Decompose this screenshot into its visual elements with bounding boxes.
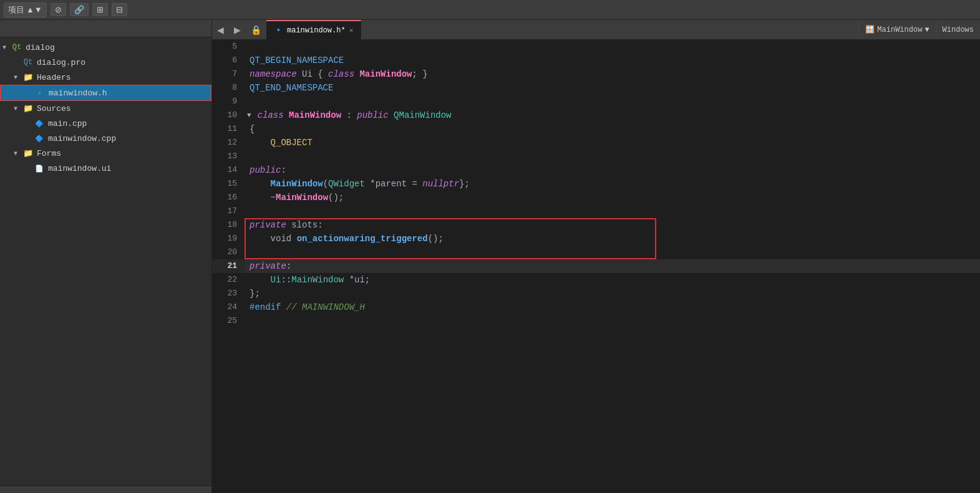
- code-line-15: 15 MainWindow(QWidget *parent = nullptr}…: [212, 177, 980, 191]
- pro-icon: Qt: [22, 57, 34, 68]
- code-line-18: 18private slots:: [212, 218, 980, 232]
- sidebar: ▼ Qt dialog Qt dialog.pro ▼ 📁 Headers 🔹 …: [0, 20, 212, 493]
- line-number-13: 13: [212, 150, 245, 163]
- code-line-19: 19 void on_actionwaring_triggered();: [212, 232, 980, 246]
- code-line-25: 25: [212, 314, 980, 328]
- tree-item-dialog[interactable]: ▼ Qt dialog: [0, 40, 211, 55]
- code-text-10: class MainWindow : public QMainWindow: [253, 108, 452, 122]
- code-line-8: 8QT_END_NAMESPACE: [212, 81, 980, 95]
- tree-label-mainwindow-cpp: mainwindow.cpp: [48, 134, 116, 143]
- sources-folder-icon: 📁: [22, 103, 34, 114]
- tree-item-mainwindow-ui[interactable]: 📄 mainwindow.ui: [0, 161, 211, 176]
- tree-label-mainwindow-ui: mainwindow.ui: [48, 164, 111, 173]
- file-tree: ▼ Qt dialog Qt dialog.pro ▼ 📁 Headers 🔹 …: [0, 37, 211, 486]
- tree-item-forms[interactable]: ▼ 📁 Forms: [0, 146, 211, 161]
- filter-btn[interactable]: ⊘: [51, 3, 66, 16]
- code-line-10: 10▼ class MainWindow : public QMainWindo…: [212, 108, 980, 122]
- tab-mainwindow-h[interactable]: 🔹 mainwindow.h* ✕: [266, 20, 361, 39]
- tree-label-forms: Forms: [37, 149, 61, 158]
- code-editor[interactable]: 56QT_BEGIN_NAMESPACE7namespace Ui { clas…: [212, 40, 980, 493]
- line-number-7: 7: [212, 67, 245, 81]
- editor-area: ◀ ▶ 🔒 🔹 mainwindow.h* ✕ 🪟 MainWindow ▼ W…: [212, 20, 980, 493]
- code-line-9: 9: [212, 95, 980, 108]
- tree-item-main-cpp[interactable]: 🔷 main.cpp: [0, 116, 211, 131]
- collapse-arrow-10[interactable]: ▼: [247, 108, 251, 122]
- tree-label-sources: Sources: [37, 104, 71, 113]
- line-number-15: 15: [212, 177, 245, 191]
- add-btn[interactable]: ⊞: [92, 3, 108, 16]
- line-number-18: 18: [212, 218, 245, 232]
- windows-combo[interactable]: Windows: [936, 20, 980, 39]
- tree-item-dialog-pro[interactable]: Qt dialog.pro: [0, 55, 211, 70]
- code-text-11: {: [245, 122, 255, 136]
- code-line-12: 12 Q_OBJECT: [212, 136, 980, 150]
- code-line-20: 20: [212, 246, 980, 259]
- tree-item-mainwindow-h[interactable]: 🔹 mainwindow.h: [0, 85, 211, 101]
- line-number-17: 17: [212, 204, 245, 218]
- tab-bar: ◀ ▶ 🔒 🔹 mainwindow.h* ✕ 🪟 MainWindow ▼ W…: [212, 20, 980, 40]
- line-number-6: 6: [212, 54, 245, 67]
- class-combo-label: MainWindow: [877, 26, 922, 34]
- class-combo[interactable]: 🪟 MainWindow ▼: [858, 20, 935, 39]
- project-menu-btn[interactable]: 项目 ▲▼: [4, 2, 47, 17]
- forward-btn[interactable]: ▶: [229, 20, 246, 39]
- tab-label: mainwindow.h*: [287, 26, 346, 35]
- code-text-12: Q_OBJECT: [245, 136, 313, 150]
- code-text-23: };: [245, 287, 260, 300]
- line-number-19: 19: [212, 232, 245, 246]
- cpp-icon-main: 🔷: [34, 118, 45, 129]
- forms-arrow: ▼: [14, 150, 22, 157]
- ui-file-icon: 📄: [34, 163, 45, 174]
- sources-arrow: ▼: [14, 105, 22, 112]
- image-icon: ⊟: [116, 5, 123, 14]
- back-btn[interactable]: ◀: [212, 20, 229, 39]
- code-text-8: QT_END_NAMESPACE: [245, 81, 333, 95]
- class-combo-arrow: ▼: [924, 26, 929, 34]
- code-text-15: MainWindow(QWidget *parent = nullptr};: [245, 177, 470, 191]
- code-line-24: 24#endif // MAINWINDOW_H: [212, 300, 980, 314]
- tab-h-icon: 🔹: [274, 26, 283, 35]
- code-line-6: 6QT_BEGIN_NAMESPACE: [212, 54, 980, 67]
- line-number-25: 25: [212, 314, 245, 328]
- line-number-20: 20: [212, 246, 245, 259]
- code-text-14: public:: [245, 163, 286, 177]
- code-line-23: 23};: [212, 287, 980, 300]
- main-area: ▼ Qt dialog Qt dialog.pro ▼ 📁 Headers 🔹 …: [0, 20, 980, 493]
- tree-label-dialog-pro: dialog.pro: [37, 58, 85, 67]
- code-line-21: 21private:: [212, 259, 980, 273]
- h-file-icon: 🔹: [34, 87, 46, 98]
- headers-folder-icon: 📁: [22, 72, 34, 83]
- forms-folder-icon: 📁: [22, 148, 34, 159]
- expand-arrow: ▼: [2, 44, 11, 51]
- line-number-23: 23: [212, 287, 245, 300]
- code-text-21: private:: [245, 259, 291, 273]
- line-number-16: 16: [212, 191, 245, 204]
- code-line-22: 22 Ui::MainWindow *ui;: [212, 273, 980, 287]
- code-text-6: QT_BEGIN_NAMESPACE: [245, 54, 344, 67]
- lock-btn[interactable]: 🔒: [246, 20, 266, 39]
- tree-label-dialog: dialog: [26, 43, 55, 52]
- link-btn[interactable]: 🔗: [70, 3, 89, 16]
- main-toolbar: 项目 ▲▼ ⊘ 🔗 ⊞ ⊟: [0, 0, 980, 20]
- img-btn[interactable]: ⊟: [112, 3, 127, 16]
- tree-item-sources[interactable]: ▼ 📁 Sources: [0, 101, 211, 116]
- windows-label: Windows: [943, 26, 974, 34]
- code-line-16: 16 ~MainWindow();: [212, 191, 980, 204]
- line-number-22: 22: [212, 273, 245, 287]
- line-number-9: 9: [212, 95, 245, 108]
- line-number-11: 11: [212, 122, 245, 136]
- code-line-14: 14public:: [212, 163, 980, 177]
- line-number-10: 10: [212, 108, 245, 122]
- tab-spacer: [361, 20, 858, 39]
- sidebar-scrollbar[interactable]: [0, 486, 211, 493]
- cpp-icon-mw: 🔷: [34, 133, 45, 144]
- code-lines: 56QT_BEGIN_NAMESPACE7namespace Ui { clas…: [212, 40, 980, 328]
- sort-icon: ▲▼: [26, 5, 42, 14]
- tab-close-btn[interactable]: ✕: [349, 26, 354, 34]
- code-line-7: 7namespace Ui { class MainWindow; }: [212, 67, 980, 81]
- tree-item-mainwindow-cpp[interactable]: 🔷 mainwindow.cpp: [0, 131, 211, 146]
- tree-item-headers[interactable]: ▼ 📁 Headers: [0, 70, 211, 85]
- line-number-24: 24: [212, 300, 245, 314]
- code-text-24: #endif // MAINWINDOW_H: [245, 300, 365, 314]
- tree-label-main-cpp: main.cpp: [48, 119, 87, 128]
